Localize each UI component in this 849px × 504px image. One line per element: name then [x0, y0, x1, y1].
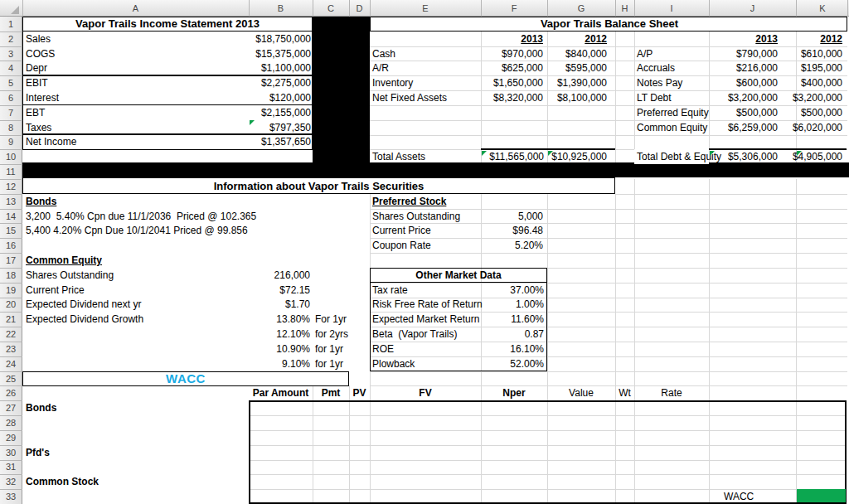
bs-asset-2013[interactable]: $970,000 [481, 46, 547, 61]
column-header-K[interactable]: K [796, 0, 849, 16]
row-header-11[interactable]: 11 [0, 164, 22, 179]
omd-label[interactable]: Beta (Vapor Trails) [370, 327, 481, 342]
bs-year-header[interactable]: 2013 [709, 32, 796, 46]
preferred-value[interactable]: 5.20% [481, 238, 547, 253]
bs-liab-2013[interactable]: $3,200,000 [709, 90, 796, 105]
row-header-16[interactable]: 16 [0, 238, 22, 253]
calc-header[interactable]: Par Amount [249, 385, 313, 400]
growth-label[interactable]: Expected Dividend Growth [22, 312, 249, 327]
growth-note[interactable]: for 1yr [313, 356, 370, 371]
bs-liab-label[interactable]: Accruals [634, 61, 709, 75]
omd-label[interactable]: Risk Free Rate of Return [370, 298, 481, 313]
omd-value[interactable]: 11.60% [481, 312, 547, 327]
calc-row-label[interactable]: Bonds [22, 400, 249, 415]
common-value[interactable]: $1.70 [249, 298, 313, 313]
column-header-A[interactable]: A [22, 0, 249, 16]
bonds-heading[interactable]: Bonds [22, 194, 249, 209]
column-header-B[interactable]: B [249, 0, 313, 16]
common-value[interactable]: 216,000 [249, 268, 313, 283]
preferred-label[interactable]: Coupon Rate [370, 238, 481, 253]
row-header-7[interactable]: 7 [0, 105, 22, 120]
row-header-19[interactable]: 19 [0, 283, 22, 298]
bs-total-assets-2012[interactable]: $10,925,000 [547, 149, 615, 164]
row-header-10[interactable]: 10 [0, 149, 22, 164]
is-value[interactable]: $18,750,000 [249, 32, 313, 46]
column-header-C[interactable]: C [313, 0, 349, 16]
omd-value[interactable]: 16.10% [481, 342, 547, 356]
is-label[interactable]: EBT [22, 105, 249, 120]
row-header-3[interactable]: 3 [0, 46, 22, 61]
calc-header[interactable]: Wt [615, 385, 634, 400]
bs-liab-label[interactable]: Preferred Equity [634, 105, 709, 120]
bond-line[interactable]: 5,400 4.20% Cpn Due 10/1/2041 Priced @ 9… [22, 223, 313, 238]
calc-header[interactable]: Nper [481, 385, 547, 400]
calc-row-label[interactable]: Common Stock [22, 474, 249, 489]
bs-liab-label[interactable]: A/P [634, 46, 709, 61]
calc-header[interactable]: Pmt [313, 385, 349, 400]
is-title[interactable]: Vapor Trails Income Statement 2013 [22, 17, 313, 32]
omd-title[interactable]: Other Market Data [370, 268, 547, 283]
bs-liab-2012[interactable]: $6,020,000 [796, 120, 849, 135]
bs-asset-2012[interactable]: $1,390,000 [547, 75, 615, 90]
calc-header[interactable]: FV [370, 385, 481, 400]
row-header-24[interactable]: 24 [0, 356, 22, 371]
column-header-J[interactable]: J [709, 0, 796, 16]
bs-liab-2012[interactable]: $610,000 [796, 46, 849, 61]
growth-note[interactable]: for 2yrs [313, 327, 370, 342]
column-header-I[interactable]: I [634, 0, 709, 16]
bs-liab-2012[interactable]: $195,000 [796, 61, 849, 75]
is-value[interactable]: $15,375,000 [249, 46, 313, 61]
row-header-12[interactable]: 12 [0, 179, 22, 194]
bs-asset-2012[interactable]: $595,000 [547, 61, 615, 75]
row-header-17[interactable]: 17 [0, 253, 22, 268]
is-label[interactable]: Sales [22, 32, 249, 46]
is-value[interactable]: $797,350 [249, 120, 313, 135]
bs-asset-2013[interactable]: $8,320,000 [481, 90, 547, 105]
row-header-26[interactable]: 26 [0, 385, 22, 400]
omd-value[interactable]: 0.87 [481, 327, 547, 342]
common-heading[interactable]: Common Equity [22, 253, 249, 268]
bs-year-header[interactable]: 2012 [547, 32, 615, 46]
column-header-G[interactable]: G [547, 0, 615, 16]
bs-asset-2013[interactable]: $1,650,000 [481, 75, 547, 90]
omd-value[interactable]: 37.00% [481, 283, 547, 298]
calc-header[interactable]: Value [547, 385, 615, 400]
is-value[interactable]: $120,000 [249, 90, 313, 105]
bs-liab-2012[interactable]: $500,000 [796, 105, 849, 120]
row-header-2[interactable]: 2 [0, 32, 22, 46]
securities-title[interactable]: Information about Vapor Trails Securitie… [22, 179, 615, 194]
is-value[interactable]: $1,357,650 [249, 135, 313, 150]
bs-year-header[interactable]: 2012 [796, 32, 849, 46]
bond-line[interactable]: 3,200 5.40% Cpn due 11/1/2036 Priced @ 1… [22, 209, 313, 224]
bs-asset-2012[interactable]: $840,000 [547, 46, 615, 61]
is-label[interactable]: EBIT [22, 75, 249, 90]
calc-row-label[interactable]: Pfd's [22, 445, 249, 460]
row-header-5[interactable]: 5 [0, 75, 22, 90]
omd-value[interactable]: 1.00% [481, 298, 547, 313]
bs-liab-label[interactable]: Common Equity [634, 120, 709, 135]
bs-asset-2012[interactable]: $8,100,000 [547, 90, 615, 105]
bs-liab-2012[interactable]: $400,000 [796, 75, 849, 90]
column-header-D[interactable]: D [349, 0, 370, 16]
omd-label[interactable]: Expected Market Return [370, 312, 481, 327]
bs-liab-2013[interactable]: $6,259,000 [709, 120, 796, 135]
bs-liab-2013[interactable]: $216,000 [709, 61, 796, 75]
select-all-icon[interactable] [11, 6, 19, 14]
bs-liab-2013[interactable]: $600,000 [709, 75, 796, 90]
bs-liab-label[interactable]: Notes Pay [634, 75, 709, 90]
is-value[interactable]: $1,100,000 [249, 61, 313, 75]
bs-total-de-2013[interactable]: $5,306,000 [709, 149, 796, 164]
omd-label[interactable]: Tax rate [370, 283, 481, 298]
row-header-32[interactable]: 32 [0, 474, 22, 489]
growth-value[interactable]: 12.10% [249, 327, 313, 342]
common-label[interactable]: Expected Dividend next yr [22, 298, 249, 313]
row-header-20[interactable]: 20 [0, 298, 22, 313]
wacc-banner[interactable]: WACC [22, 371, 349, 386]
bs-year-header[interactable]: 2013 [481, 32, 547, 46]
is-label[interactable]: Interest [22, 90, 249, 105]
preferred-label[interactable]: Shares Outstanding [370, 209, 481, 224]
row-header-18[interactable]: 18 [0, 268, 22, 283]
growth-note[interactable]: For 1yr [313, 312, 370, 327]
growth-value[interactable]: 9.10% [249, 356, 313, 371]
row-header-6[interactable]: 6 [0, 90, 22, 105]
